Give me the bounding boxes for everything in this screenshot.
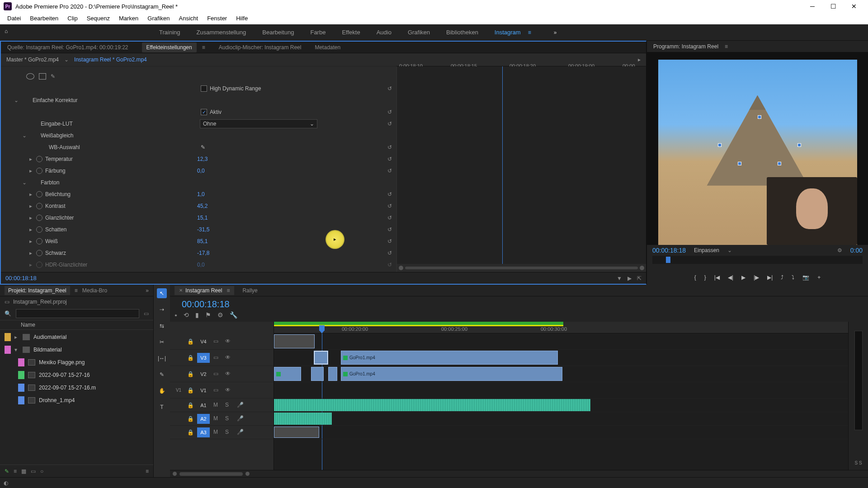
twirl-icon[interactable]: ▸ bbox=[28, 168, 33, 174]
tab-metadaten[interactable]: Metadaten bbox=[315, 44, 340, 51]
ws-grafiken[interactable]: Grafiken bbox=[408, 29, 430, 36]
play-icon[interactable]: ▶ bbox=[627, 275, 632, 282]
maximize-button[interactable]: ☐ bbox=[823, 0, 844, 13]
list-item[interactable]: ▾Bildmaterial bbox=[0, 343, 153, 356]
new-item-icon[interactable]: ✎ bbox=[5, 468, 9, 474]
twirl-icon[interactable]: ⌄ bbox=[22, 179, 27, 186]
list-item[interactable]: Drohne_1.mp4 bbox=[0, 394, 153, 407]
overflow-icon[interactable]: » bbox=[146, 287, 149, 294]
list-view-icon[interactable]: ≡ bbox=[14, 468, 17, 474]
keyframe-graph[interactable] bbox=[396, 66, 646, 272]
track-name[interactable]: V2 bbox=[197, 369, 210, 379]
program-timecode[interactable]: 00:00:18:18 bbox=[652, 247, 686, 254]
stopwatch-icon[interactable] bbox=[36, 203, 42, 209]
ws-training[interactable]: Training bbox=[159, 29, 180, 36]
razor-tool-icon[interactable]: ✂ bbox=[157, 337, 167, 347]
ripple-edit-tool-icon[interactable]: ⇆ bbox=[157, 321, 167, 331]
type-tool-icon[interactable]: T bbox=[157, 402, 167, 412]
tab-effekteinstellungen[interactable]: Effekteinstellungen bbox=[142, 42, 197, 52]
ws-bearbeitung[interactable]: Bearbeitung bbox=[262, 29, 294, 36]
track-name[interactable]: A3 bbox=[197, 427, 210, 437]
list-item[interactable]: ▸Audiomaterial bbox=[0, 331, 153, 343]
track-select-tool-icon[interactable]: ⇢ bbox=[157, 305, 167, 314]
sequence-tab-2[interactable]: Rallye bbox=[242, 287, 257, 294]
menu-clip[interactable]: Clip bbox=[63, 15, 82, 22]
toggle-output-icon[interactable]: ▭ bbox=[213, 338, 222, 345]
reset-icon[interactable]: ↺ bbox=[387, 121, 392, 127]
toggle-visibility-icon[interactable]: 👁 bbox=[225, 338, 233, 345]
prop-value[interactable]: -17,8 bbox=[197, 250, 209, 256]
tab-media-browser[interactable]: Media-Bro bbox=[82, 287, 107, 294]
ws-zusammenstellung[interactable]: Zusammenstellung bbox=[196, 29, 246, 36]
prop-value[interactable]: 85,1 bbox=[197, 238, 208, 244]
lift-icon[interactable]: ⤴ bbox=[781, 274, 783, 281]
search-input[interactable] bbox=[16, 309, 139, 318]
fx-badge-icon[interactable] bbox=[276, 372, 281, 376]
eyedropper-icon[interactable]: ✎ bbox=[201, 144, 205, 150]
project-list[interactable]: ▸Audiomaterial ▾Bildmaterial Mexiko Flag… bbox=[0, 330, 153, 465]
twirl-icon[interactable]: ▸ bbox=[28, 156, 33, 162]
lock-icon[interactable]: 🔒 bbox=[187, 416, 193, 422]
panel-menu-icon[interactable]: ≡ bbox=[725, 43, 728, 50]
menu-bearbeiten[interactable]: Bearbeiten bbox=[25, 15, 63, 22]
prop-value[interactable]: -31,5 bbox=[197, 226, 209, 233]
icon-view-icon[interactable]: ▦ bbox=[21, 468, 26, 474]
extract-icon[interactable]: ⤵ bbox=[792, 274, 794, 281]
toggle-output-icon[interactable]: ▭ bbox=[213, 371, 222, 378]
lock-icon[interactable]: 🔒 bbox=[187, 429, 193, 436]
track-name[interactable]: A1 bbox=[197, 400, 210, 410]
panel-menu-icon[interactable]: ≡ bbox=[226, 287, 230, 294]
lock-icon[interactable]: 🔒 bbox=[187, 387, 193, 394]
twirl-icon[interactable]: ▸ bbox=[28, 250, 33, 256]
chevron-down-icon[interactable]: ⌄ bbox=[64, 56, 69, 63]
stopwatch-icon[interactable] bbox=[36, 226, 42, 233]
program-viewport[interactable] bbox=[647, 52, 868, 245]
prop-value[interactable]: 0,0 bbox=[197, 262, 205, 268]
panel-menu-icon[interactable]: ≡ bbox=[75, 287, 78, 294]
settings-icon[interactable]: ⚙ bbox=[837, 247, 842, 253]
toggle-output-icon[interactable]: ▭ bbox=[213, 354, 222, 361]
linked-selection-icon[interactable]: ⟲ bbox=[184, 311, 189, 319]
reset-icon[interactable]: ↺ bbox=[387, 215, 392, 221]
close-tab-icon[interactable]: ✕ bbox=[179, 288, 183, 293]
list-item[interactable]: 2022-09-07 15-27-16 bbox=[0, 369, 153, 381]
sequence-tab[interactable]: ✕Instagram Reel≡ bbox=[175, 286, 234, 295]
tab-quelle[interactable]: Quelle: Instagram Reel: GoPro1.mp4: 00:0… bbox=[7, 44, 128, 51]
play-only-icon[interactable]: ▸ bbox=[638, 56, 641, 63]
step-back-icon[interactable]: ◀| bbox=[728, 274, 733, 281]
track-name[interactable]: V4 bbox=[197, 337, 210, 347]
toggle-visibility-icon[interactable]: 👁 bbox=[225, 371, 233, 378]
toggle-visibility-icon[interactable]: 👁 bbox=[225, 354, 233, 361]
stopwatch-icon[interactable] bbox=[36, 262, 42, 268]
twirl-icon[interactable]: ▾ bbox=[14, 347, 19, 353]
menu-datei[interactable]: Datei bbox=[3, 15, 25, 22]
mask-rect-icon[interactable] bbox=[39, 73, 46, 80]
voice-over-icon[interactable]: 🎤 bbox=[237, 415, 245, 422]
tab-projekt[interactable]: Projekt: Instagram_Reel bbox=[5, 286, 70, 295]
ws-farbe[interactable]: Farbe bbox=[310, 29, 326, 36]
reset-icon[interactable]: ↺ bbox=[387, 144, 392, 150]
close-button[interactable]: ✕ bbox=[844, 0, 864, 13]
ws-audio[interactable]: Audio bbox=[377, 29, 392, 36]
sequence-clip-name[interactable]: Instagram Reel * GoPro2.mp4 bbox=[74, 56, 147, 63]
column-name[interactable]: Name bbox=[21, 322, 35, 328]
go-to-out-icon[interactable]: ▶| bbox=[767, 274, 773, 281]
stopwatch-icon[interactable] bbox=[36, 215, 42, 221]
workspace-overflow-icon[interactable]: » bbox=[554, 29, 557, 36]
ws-bibliotheken[interactable]: Bibliotheken bbox=[446, 29, 478, 36]
mask-ellipse-icon[interactable] bbox=[26, 73, 34, 80]
lock-icon[interactable]: 🔒 bbox=[187, 355, 193, 361]
menu-grafiken[interactable]: Grafiken bbox=[143, 15, 174, 22]
list-item[interactable]: 2022-09-07 15-27-16.m bbox=[0, 381, 153, 394]
zoom-fit[interactable]: Einpassen bbox=[694, 247, 719, 253]
insert-sequence-icon[interactable]: ⚑ bbox=[205, 311, 211, 319]
reset-icon[interactable]: ↺ bbox=[387, 109, 392, 115]
reset-icon[interactable]: ↺ bbox=[387, 156, 392, 162]
mask-pen-icon[interactable]: ✎ bbox=[51, 73, 55, 80]
timeline-tracks[interactable]: 00:00:20:00 00:00:25:00 00:00:30:00 GoPr… bbox=[274, 322, 848, 470]
workspace-menu-icon[interactable]: ≡ bbox=[528, 29, 531, 36]
ws-instagram[interactable]: Instagram bbox=[495, 29, 521, 36]
timeline-zoom-scroll[interactable] bbox=[170, 470, 868, 477]
lock-icon[interactable]: 🔒 bbox=[187, 402, 193, 408]
source-patch[interactable]: V1 bbox=[174, 385, 184, 395]
